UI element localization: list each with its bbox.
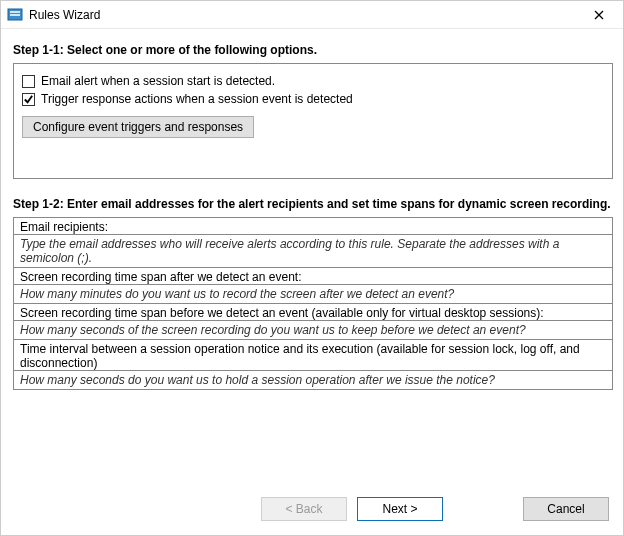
back-button: < Back [261,497,347,521]
step-1-1-title: Step 1-1: Select one or more of the foll… [13,43,613,57]
checkbox-email-alert-label: Email alert when a session start is dete… [41,74,275,88]
next-button[interactable]: Next > [357,497,443,521]
svg-rect-1 [10,11,20,13]
record-before-input[interactable]: How many seconds of the screen recording… [14,320,612,340]
step-1-2-panel: Email recipients: Type the email address… [13,217,613,390]
svg-rect-2 [10,14,20,16]
record-after-label: Screen recording time span after we dete… [14,268,612,284]
step-1-2-title: Step 1-2: Enter email addresses for the … [13,197,613,211]
content-area: Step 1-1: Select one or more of the foll… [1,29,624,390]
step-1-1-panel: Email alert when a session start is dete… [13,63,613,179]
close-button[interactable] [579,1,619,29]
configure-triggers-button[interactable]: Configure event triggers and responses [22,116,254,138]
record-before-label: Screen recording time span before we det… [14,304,612,320]
button-bar: < Back Next > Cancel [1,497,624,521]
window-title: Rules Wizard [29,8,579,22]
record-after-input[interactable]: How many minutes do you want us to recor… [14,284,612,304]
check-icon [23,94,34,105]
checkbox-trigger-response-label: Trigger response actions when a session … [41,92,353,106]
app-icon [7,7,23,23]
email-recipients-label: Email recipients: [14,218,612,234]
close-icon [594,10,604,20]
checkbox-trigger-response[interactable] [22,93,35,106]
email-recipients-input[interactable]: Type the email addresses who will receiv… [14,234,612,268]
titlebar: Rules Wizard [1,1,624,29]
time-interval-label: Time interval between a session operatio… [14,340,612,370]
cancel-button[interactable]: Cancel [523,497,609,521]
checkbox-email-alert[interactable] [22,75,35,88]
time-interval-input[interactable]: How many seconds do you want us to hold … [14,370,612,389]
